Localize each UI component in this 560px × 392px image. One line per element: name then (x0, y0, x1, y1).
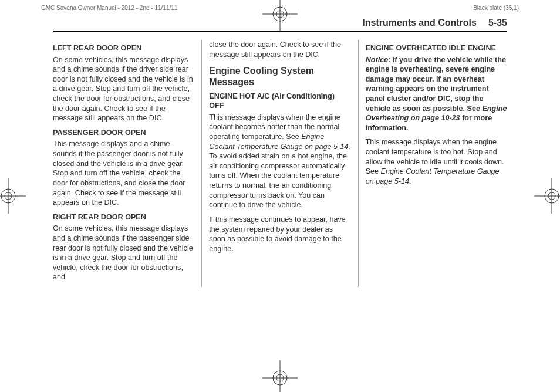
section-engine-cooling: Engine Cooling System Messages (209, 65, 350, 87)
msg-engine-overheated-idle: ENGINE OVERHEATED IDLE ENGINE (366, 43, 507, 53)
msg-passenger-door-open: PASSENGER DOOR OPEN (53, 128, 194, 138)
svg-point-15 (548, 192, 555, 200)
body-text: This message displays when the engine co… (209, 113, 350, 210)
page-header: Instruments and Controls 5-35 (53, 18, 507, 32)
notice-block: Notice: If you drive the vehicle while t… (366, 55, 507, 133)
page-number: 5-35 (488, 18, 507, 28)
svg-point-7 (276, 374, 284, 381)
crop-mark-bottom (262, 360, 298, 392)
print-meta-bar: GMC Savana Owner Manual - 2012 - 2nd - 1… (0, 0, 560, 12)
svg-point-10 (1, 189, 15, 203)
msg-right-rear-door-open: RIGHT REAR DOOR OPEN (53, 212, 194, 222)
column-1: LEFT REAR DOOR OPEN On some vehicles, th… (53, 40, 201, 287)
plate-label: Black plate (35,1) (473, 5, 519, 11)
msg-left-rear-door-open: LEFT REAR DOOR OPEN (53, 43, 194, 53)
msg-engine-hot-ac-off: ENGINE HOT A/C (Air Conditioning) OFF (209, 92, 350, 111)
crop-mark-right (534, 178, 560, 214)
crop-mark-left (0, 178, 26, 214)
column-2: close the door again. Check to see if th… (201, 40, 357, 287)
text-run: . (409, 177, 411, 185)
doc-id: GMC Savana Owner Manual - 2012 - 2nd - 1… (41, 5, 177, 11)
body-text: On some vehicles, this message displays … (53, 55, 194, 123)
section-title: Instruments and Controls (362, 18, 477, 28)
cross-ref: Engine Coolant Temperature Gauge on page… (366, 167, 500, 185)
svg-point-6 (273, 371, 287, 385)
body-text: close the door again. Check to see if th… (209, 40, 350, 59)
body-text: This message displays and a chime sounds… (53, 139, 194, 207)
body-text: This message displays when the engine co… (366, 137, 507, 186)
body-text: On some vehicles, this message displays … (53, 224, 194, 282)
text-run: . To avoid added strain on a hot engine,… (209, 143, 350, 209)
svg-point-11 (5, 192, 12, 200)
notice-label: Notice: (366, 56, 391, 64)
column-3: ENGINE OVERHEATED IDLE ENGINE Notice: If… (358, 40, 507, 287)
content-columns: LEFT REAR DOOR OPEN On some vehicles, th… (53, 40, 507, 287)
body-text: If this message continues to appear, hav… (209, 215, 350, 254)
page-body: Instruments and Controls 5-35 LEFT REAR … (53, 18, 507, 287)
svg-point-14 (545, 189, 559, 203)
